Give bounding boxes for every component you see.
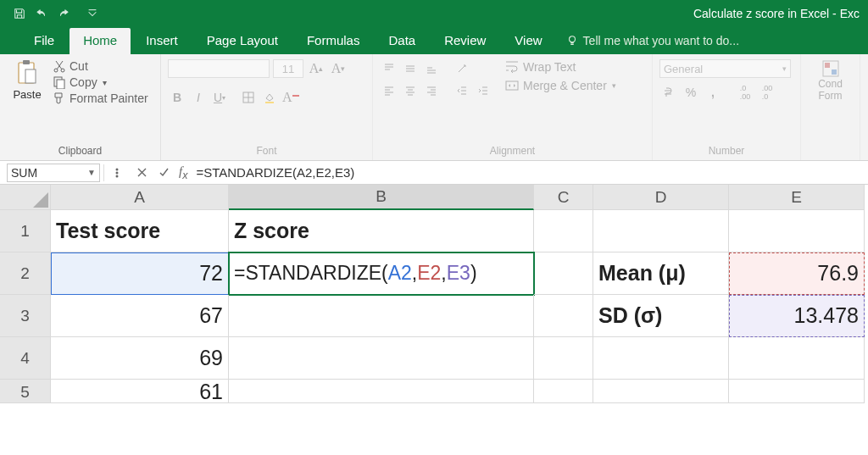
- cell-E3[interactable]: 13.478: [729, 295, 865, 337]
- bold-button[interactable]: B: [168, 88, 186, 107]
- increase-font-icon[interactable]: A▴: [307, 59, 326, 78]
- cell-B2[interactable]: =STANDARDIZE(A2,E2,E3): [229, 252, 534, 295]
- row-header-5[interactable]: 5: [0, 380, 51, 403]
- comma-format-icon[interactable]: ,: [704, 83, 722, 102]
- paste-label: Paste: [13, 88, 41, 101]
- fx-icon[interactable]: fx: [179, 164, 187, 181]
- cell-D3[interactable]: SD (σ): [593, 295, 729, 337]
- cell-B5[interactable]: [229, 380, 534, 403]
- col-header-A[interactable]: A: [51, 185, 229, 210]
- tab-view[interactable]: View: [501, 28, 555, 54]
- cell-B4[interactable]: [229, 337, 534, 380]
- tell-me-search[interactable]: Tell me what you want to do...: [558, 29, 748, 54]
- fill-color-icon[interactable]: [260, 88, 279, 107]
- underline-button[interactable]: U▾: [210, 88, 229, 107]
- enter-formula-button[interactable]: [153, 164, 174, 182]
- italic-button[interactable]: I: [189, 88, 208, 107]
- lightbulb-icon: [566, 35, 578, 47]
- chevron-down-icon: ▼: [87, 168, 96, 177]
- ribbon: Paste Cut Copy▾ Format Painter Clipboard: [0, 54, 868, 161]
- cell-A5[interactable]: 61: [51, 380, 229, 403]
- orientation-icon[interactable]: [453, 59, 471, 78]
- save-icon[interactable]: [8, 3, 31, 25]
- increase-indent-icon[interactable]: [474, 81, 492, 100]
- font-size-dropdown[interactable]: 11: [273, 59, 303, 78]
- cell-B3[interactable]: [229, 295, 534, 337]
- title-bar: Calculate z score in Excel - Exc: [0, 0, 868, 27]
- percent-format-icon[interactable]: %: [682, 83, 700, 102]
- cell-A3[interactable]: 67: [51, 295, 229, 337]
- row-header-3[interactable]: 3: [0, 295, 51, 337]
- conditional-formatting-button[interactable]: Cond Form: [810, 59, 852, 102]
- decrease-indent-icon[interactable]: [453, 81, 471, 100]
- wrap-text-button[interactable]: Wrap Text: [504, 59, 616, 75]
- decrease-font-icon[interactable]: A▾: [329, 59, 348, 78]
- svg-rect-13: [832, 69, 837, 75]
- cell-E5[interactable]: [729, 380, 865, 403]
- paste-icon: [15, 59, 39, 86]
- group-label-alignment: Alignment: [380, 141, 645, 158]
- align-top-icon[interactable]: [380, 59, 398, 78]
- cell-C3[interactable]: [534, 295, 593, 337]
- align-center-icon[interactable]: [401, 81, 420, 100]
- cell-E2[interactable]: 76.9: [729, 252, 865, 295]
- tell-me-text: Tell me what you want to do...: [583, 34, 739, 47]
- number-format-dropdown[interactable]: General▾: [659, 59, 791, 78]
- row-header-2[interactable]: 2: [0, 252, 51, 295]
- row-header-4[interactable]: 4: [0, 337, 51, 380]
- expand-formula-icon[interactable]: [109, 164, 130, 182]
- tab-formulas[interactable]: Formulas: [293, 28, 374, 54]
- svg-rect-3: [25, 69, 36, 83]
- row-header-1[interactable]: 1: [0, 210, 51, 252]
- cell-D5[interactable]: [593, 380, 729, 403]
- cell-C4[interactable]: [534, 337, 593, 380]
- cell-E4[interactable]: [729, 337, 865, 380]
- tab-file[interactable]: File: [20, 28, 68, 54]
- col-header-B[interactable]: B: [229, 185, 534, 210]
- cell-D1[interactable]: [593, 210, 729, 252]
- cell-C2[interactable]: [534, 252, 593, 295]
- tab-insert[interactable]: Insert: [132, 28, 192, 54]
- paste-button[interactable]: Paste: [7, 59, 47, 141]
- cell-A2[interactable]: 72: [51, 252, 229, 295]
- tab-pagelayout[interactable]: Page Layout: [193, 28, 292, 54]
- copy-button[interactable]: Copy▾: [53, 75, 148, 89]
- align-bottom-icon[interactable]: [422, 59, 441, 78]
- undo-icon[interactable]: [31, 3, 53, 25]
- cell-E1[interactable]: [729, 210, 865, 252]
- qat-customize-icon[interactable]: [81, 3, 103, 25]
- cell-C5[interactable]: [534, 380, 593, 403]
- accounting-format-icon[interactable]: [659, 83, 678, 102]
- cell-B1[interactable]: Z score: [229, 210, 534, 252]
- cell-C1[interactable]: [534, 210, 593, 252]
- cell-D2[interactable]: Mean (μ): [593, 252, 729, 295]
- col-header-E[interactable]: E: [729, 185, 865, 210]
- tab-review[interactable]: Review: [431, 28, 499, 54]
- cell-A4[interactable]: 69: [51, 337, 229, 380]
- font-name-dropdown[interactable]: [168, 59, 270, 78]
- merge-center-button[interactable]: Merge & Center▾: [504, 78, 616, 93]
- decrease-decimal-icon[interactable]: .00.0: [758, 83, 776, 102]
- group-font: 11 A▴ A▾ B I U▾ A Font: [161, 54, 373, 160]
- tab-data[interactable]: Data: [375, 28, 429, 54]
- align-right-icon[interactable]: [422, 81, 441, 100]
- align-left-icon[interactable]: [380, 81, 398, 100]
- cell-D4[interactable]: [593, 337, 729, 380]
- font-color-icon[interactable]: A: [281, 88, 300, 107]
- cell-A1[interactable]: Test score: [51, 210, 229, 252]
- cut-button[interactable]: Cut: [53, 59, 148, 73]
- redo-icon[interactable]: [53, 3, 75, 25]
- name-box[interactable]: SUM ▼: [7, 164, 100, 182]
- cancel-formula-button[interactable]: [131, 164, 152, 182]
- col-header-C[interactable]: C: [534, 185, 593, 210]
- align-middle-icon[interactable]: [401, 59, 420, 78]
- select-all-corner[interactable]: [0, 185, 51, 210]
- col-header-D[interactable]: D: [593, 185, 729, 210]
- formula-input[interactable]: =STANDARDIZE(A2,E2,E3): [192, 164, 868, 181]
- borders-icon[interactable]: [239, 88, 258, 107]
- svg-rect-7: [57, 80, 64, 89]
- svg-rect-12: [825, 63, 830, 68]
- tab-home[interactable]: Home: [70, 28, 131, 54]
- format-painter-button[interactable]: Format Painter: [53, 92, 148, 105]
- increase-decimal-icon[interactable]: .0.00: [736, 83, 754, 102]
